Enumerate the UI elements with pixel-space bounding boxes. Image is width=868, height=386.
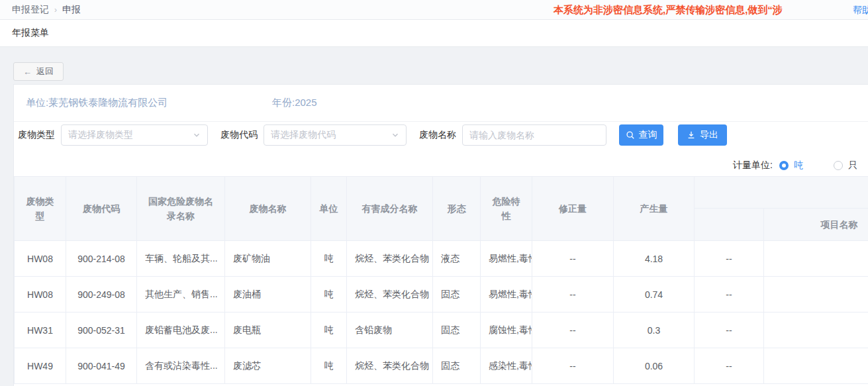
table-cell: 吨 [311,313,347,348]
table-cell: HW49 [15,348,66,384]
table-cell: -- [532,348,614,384]
year-info: 年份:2025 [272,97,317,109]
col-header-corrected-amount: 修正量 [532,177,614,241]
waste-code-label: 废物代码 [220,129,258,141]
table-cell: 易燃性,毒性 [481,277,532,313]
radio-option-ton-label: 吨 [794,160,803,171]
table-cell: 废滤芯 [225,348,311,384]
table-cell: 废矿物油 [225,241,311,277]
table-container: 废物类型 废物代码 国家危险废物名录名称 废物名称 单位 有害成分名称 形态 危… [14,176,868,384]
table-cell: 其他生产、销售... [137,277,225,313]
table-cell: 0.06 [614,348,695,384]
table-cell: 900-214-08 [66,241,137,277]
help-link[interactable]: 帮助 [853,0,868,20]
waste-type-select[interactable]: 请选择废物类型 [61,124,208,146]
table-cell: HW08 [15,277,66,313]
table-row: HW08900-249-08其他生产、销售...废油桶吨烷烃、苯类化合物固态易燃… [15,277,868,313]
table-cell: 固态 [433,348,481,384]
search-button[interactable]: 查询 [619,124,663,146]
table-row: HW31900-052-31废铅蓄电池及废...废电瓶吨含铅废物固态腐蚀性,毒性… [15,313,868,348]
table-cell: -- [695,241,764,277]
table-cell: 0.3 [614,313,695,348]
unit-value: 莱芜钢铁泰隆物流有限公司 [48,97,168,108]
table-cell: 含铅废物 [347,313,433,348]
table-cell: 车辆、轮船及其... [137,241,225,277]
table-cell: HW08 [15,241,66,277]
table-body: HW08900-214-08车辆、轮船及其...废矿物油吨烷烃、苯类化合物液态易… [15,241,868,384]
table-header: 废物类型 废物代码 国家危险废物名录名称 废物名称 单位 有害成分名称 形态 危… [15,177,868,241]
download-icon [687,130,696,140]
radio-option-piece[interactable]: 只 [834,160,857,171]
col-header-catalog-name: 国家危险废物名录名称 [137,177,225,241]
unit-label: 单位: [26,97,48,108]
table-cell: -- [695,277,764,313]
breadcrumb-item-declare[interactable]: 申报 [62,4,81,16]
radio-checked-icon [779,161,789,170]
table-row: HW49900-041-49含有或沾染毒性...废滤芯吨烷烃、苯类化合物固态感染… [15,348,868,384]
table-cell: 固态 [433,277,481,313]
radio-unchecked-icon [834,161,843,170]
back-button-label: 返回 [36,66,54,77]
table-cell: 废铅蓄电池及废... [137,313,225,348]
table-cell: -- [532,277,614,313]
export-button[interactable]: 导出 [678,124,727,146]
unit-toggle-row: 计量单位: 吨 只 [14,160,868,171]
table-cell: 900-041-49 [66,348,137,384]
col-header-generated-amount: 产生量 [614,177,695,241]
section-title-bar: 年报菜单 [0,20,868,47]
table-cell: 烷烃、苯类化合物 [347,277,433,313]
search-button-label: 查询 [639,129,657,141]
table-cell: -- [532,241,614,277]
waste-type-label: 废物类型 [18,129,55,141]
breadcrumb-item-declare-register[interactable]: 申报登记 [12,4,49,16]
table-cell: 废油桶 [225,277,311,313]
radio-option-ton[interactable]: 吨 [779,160,803,171]
col-header-waste-name: 废物名称 [225,177,311,241]
table-cell: 烷烃、苯类化合物 [347,241,433,277]
col-header-waste-type: 废物类型 [15,177,66,241]
col-header-harmful-component: 有害成分名称 [347,177,433,241]
waste-code-select[interactable]: 请选择废物代码 [264,124,407,146]
waste-type-placeholder: 请选择废物类型 [68,129,133,141]
topbar: 申报登记 › 申报 本系统为非涉密信息系统,严禁传输涉密信息,做到“涉 帮助 [0,0,868,20]
filter-row: 废物类型 请选择废物类型 废物代码 请选择废物代码 废物名称 查询 导出 [14,124,868,146]
waste-name-input[interactable] [462,124,606,146]
breadcrumb-separator-icon: › [54,5,57,15]
unit-info: 单位:莱芜钢铁泰隆物流有限公司 [26,97,168,109]
table-cell: 烷烃、苯类化合物 [347,348,433,384]
table-cell: 900-249-08 [66,277,137,313]
table-cell: 易燃性,毒性 [481,241,532,277]
table-cell: 900-052-31 [66,313,137,348]
col-header-group-empty [695,177,868,209]
table-cell: 感染性,毒性 [481,348,532,384]
table-cell [764,313,868,348]
year-value: 2025 [295,97,316,108]
export-button-label: 导出 [700,129,718,141]
col-subheader-empty [695,209,764,241]
chevron-down-icon [391,131,399,139]
chevron-down-icon [193,131,201,139]
waste-table: 废物类型 废物代码 国家危险废物名录名称 废物名称 单位 有害成分名称 形态 危… [14,176,868,384]
info-row: 单位:莱芜钢铁泰隆物流有限公司 年份:2025 [14,85,868,122]
table-cell: 废电瓶 [225,313,311,348]
waste-code-placeholder: 请选择废物代码 [271,129,336,141]
back-arrow-icon: ← [23,67,32,77]
back-button[interactable]: ← 返回 [13,62,64,81]
table-row: HW08900-214-08车辆、轮船及其...废矿物油吨烷烃、苯类化合物液态易… [15,241,868,277]
col-header-form: 形态 [433,177,481,241]
app: { "topbar": { "breadcrumb_items": ["申报登记… [0,0,868,386]
waste-name-label: 废物名称 [419,129,456,141]
security-warning-text: 本系统为非涉密信息系统,严禁传输涉密信息,做到“涉 [554,0,783,20]
table-cell: 腐蚀性,毒性 [481,313,532,348]
table-cell [764,348,868,384]
breadcrumb: 申报登记 › 申报 [12,4,81,16]
content-area: ← 返回 单位:莱芜钢铁泰隆物流有限公司 年份:2025 废物类型 请选择废物类… [0,47,868,386]
table-cell: 吨 [311,241,347,277]
table-cell: -- [532,313,614,348]
radio-option-piece-label: 只 [848,160,857,171]
unit-toggle-label: 计量单位: [733,160,773,171]
table-cell [764,241,868,277]
table-cell [764,277,868,313]
table-cell: 固态 [433,313,481,348]
col-header-hazard-property: 危险特性 [481,177,532,241]
